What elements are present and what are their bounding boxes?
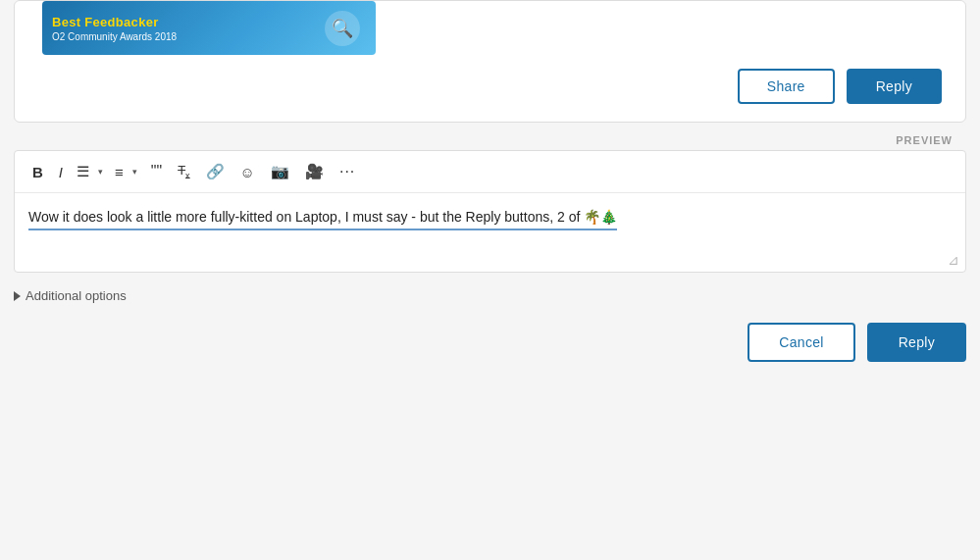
editor-text: Wow it does look a little more fully-kit… bbox=[28, 209, 617, 230]
award-title: Best Feedbacker bbox=[52, 15, 366, 29]
emoji-icon: ☺ bbox=[240, 164, 255, 180]
toolbar-bullet-button[interactable]: ☰ bbox=[73, 159, 93, 184]
video-icon: 🎥 bbox=[305, 163, 324, 180]
award-image: Best Feedbacker O2 Community Awards 2018… bbox=[42, 1, 376, 55]
toolbar-numbered-button[interactable]: ≡ bbox=[111, 160, 128, 184]
numbered-chevron-icon: ▾ bbox=[132, 167, 137, 177]
toolbar-emoji-button[interactable]: ☺ bbox=[234, 160, 261, 184]
toolbar-bullet-group: ☰ ▾ bbox=[73, 159, 107, 184]
top-card: Best Feedbacker O2 Community Awards 2018… bbox=[14, 0, 966, 123]
bottom-actions: Cancel Reply bbox=[0, 323, 980, 382]
link-icon: 🔗 bbox=[206, 163, 225, 180]
toolbar-italic-button[interactable]: I bbox=[53, 160, 69, 184]
editor-content-area[interactable]: Wow it does look a little more fully-kit… bbox=[15, 193, 965, 272]
toolbar-numbered-group: ≡ ▾ bbox=[111, 160, 141, 184]
toolbar-quote-button[interactable]: "" bbox=[145, 159, 168, 184]
additional-options-label: Additional options bbox=[26, 288, 127, 303]
toolbar-more-button[interactable]: ··· bbox=[334, 159, 361, 184]
triangle-icon bbox=[14, 291, 21, 301]
reply-top-button[interactable]: Reply bbox=[847, 69, 942, 104]
clear-format-icon: Tx bbox=[178, 163, 189, 180]
cancel-button[interactable]: Cancel bbox=[748, 323, 854, 362]
toolbar-numbered-chevron[interactable]: ▾ bbox=[128, 163, 141, 180]
editor-container: B I ☰ ▾ ≡ ▾ "" Tx 🔗 ☺ bbox=[14, 150, 966, 273]
share-button[interactable]: Share bbox=[738, 69, 835, 104]
preview-label: PREVIEW bbox=[0, 134, 966, 150]
image-icon: 📷 bbox=[271, 163, 289, 180]
toolbar-bullet-chevron[interactable]: ▾ bbox=[93, 163, 107, 180]
additional-options: Additional options bbox=[14, 284, 966, 307]
resize-handle[interactable]: ⊿ bbox=[948, 252, 959, 268]
toolbar-bold-button[interactable]: B bbox=[26, 160, 49, 184]
toolbar-image-button[interactable]: 📷 bbox=[265, 159, 295, 184]
toolbar-clear-format-button[interactable]: Tx bbox=[172, 159, 195, 184]
bullet-chevron-icon: ▾ bbox=[98, 167, 103, 177]
more-icon: ··· bbox=[339, 163, 355, 180]
reply-bottom-button[interactable]: Reply bbox=[867, 323, 966, 362]
toolbar-video-button[interactable]: 🎥 bbox=[299, 159, 330, 184]
editor-toolbar: B I ☰ ▾ ≡ ▾ "" Tx 🔗 ☺ bbox=[15, 151, 965, 193]
top-card-actions: Share Reply bbox=[15, 55, 965, 104]
additional-options-toggle[interactable]: Additional options bbox=[14, 284, 127, 307]
numbered-list-icon: ≡ bbox=[115, 164, 124, 180]
award-icon: 🔍 bbox=[325, 11, 360, 46]
toolbar-link-button[interactable]: 🔗 bbox=[200, 159, 231, 184]
award-subtitle: O2 Community Awards 2018 bbox=[52, 31, 366, 42]
quote-icon2: " bbox=[156, 163, 162, 180]
bullet-list-icon: ☰ bbox=[77, 163, 89, 180]
